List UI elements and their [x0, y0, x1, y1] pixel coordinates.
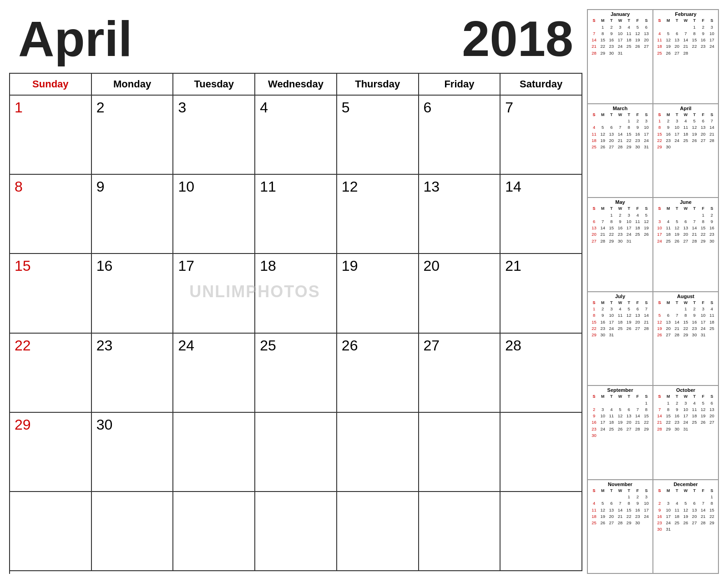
- mini-day: 1: [598, 24, 607, 30]
- mini-day: 4: [590, 124, 598, 131]
- mini-day: 26: [655, 332, 664, 338]
- mini-day: 29: [642, 426, 651, 432]
- mini-day: 11: [616, 312, 624, 319]
- mini-grid: SMTWTFS123456789101112131415161718192021…: [655, 394, 716, 432]
- mini-day: 27: [633, 325, 642, 332]
- mini-header: W: [681, 300, 690, 306]
- mini-day: 25: [664, 238, 672, 244]
- mini-empty: [655, 306, 664, 312]
- mini-header: S: [655, 394, 664, 400]
- mini-day: 17: [708, 37, 716, 43]
- mini-day: 15: [607, 225, 616, 231]
- mini-day: 15: [699, 225, 708, 231]
- mini-day: 23: [664, 137, 672, 144]
- mini-day: 20: [633, 319, 642, 325]
- mini-day: 6: [607, 500, 616, 507]
- mini-day: 11: [681, 124, 690, 131]
- mini-day: 18: [625, 37, 633, 43]
- mini-day: 10: [699, 312, 708, 319]
- mini-day: 18: [616, 319, 624, 325]
- mini-empty: [607, 400, 616, 406]
- mini-day: 29: [625, 144, 633, 150]
- calendar-cell: 15: [10, 254, 92, 333]
- mini-header: S: [655, 488, 664, 494]
- mini-day: 29: [590, 332, 598, 338]
- mini-day: 22: [642, 419, 651, 426]
- mini-day: 14: [642, 312, 651, 319]
- mini-day: 22: [699, 231, 708, 238]
- mini-day: 20: [664, 325, 672, 332]
- mini-header: S: [655, 18, 664, 24]
- mini-day: 7: [616, 500, 624, 507]
- mini-day: 8: [681, 312, 690, 319]
- mini-day: 28: [681, 50, 690, 56]
- mini-header: T: [672, 112, 681, 118]
- mini-day: 18: [655, 43, 664, 50]
- mini-day: 2: [655, 500, 664, 507]
- mini-header: F: [633, 394, 642, 400]
- mini-day: 13: [590, 225, 598, 231]
- mini-day: 18: [590, 137, 598, 144]
- mini-day: 23: [607, 43, 616, 50]
- calendar-cell: 19: [337, 254, 419, 333]
- mini-day: 28: [598, 238, 607, 244]
- mini-day: 27: [607, 520, 616, 526]
- mini-day: 19: [598, 513, 607, 520]
- mini-day: 21: [590, 43, 598, 50]
- mini-day: 15: [681, 319, 690, 325]
- mini-day: 7: [616, 124, 624, 131]
- mini-day: 12: [598, 131, 607, 137]
- mini-day: 4: [633, 212, 642, 218]
- mini-day: 16: [708, 225, 716, 231]
- mini-day: 13: [681, 225, 690, 231]
- mini-day: 14: [598, 225, 607, 231]
- mini-cal-title: December: [655, 482, 716, 487]
- mini-grid: SMTWTFS123456789101112131415161718192021…: [655, 112, 716, 151]
- mini-day: 24: [655, 238, 664, 244]
- mini-day: 9: [598, 312, 607, 319]
- mini-day: 2: [633, 494, 642, 500]
- mini-day: 4: [664, 218, 672, 225]
- calendar-cell: 2: [92, 96, 174, 175]
- calendar-cell: [500, 413, 582, 492]
- calendar-cell: [173, 413, 255, 492]
- calendar-cell: [337, 492, 419, 571]
- mini-cal-row: NovemberSMTWTFS1234567891011121314151617…: [587, 480, 718, 574]
- mini-cal-title: April: [655, 106, 716, 111]
- mini-day: 22: [690, 43, 699, 50]
- mini-day: 20: [699, 131, 708, 137]
- mini-header: T: [690, 206, 699, 212]
- mini-header: T: [625, 112, 633, 118]
- mini-day: 23: [616, 231, 624, 238]
- mini-day: 15: [642, 413, 651, 419]
- mini-header: M: [598, 18, 607, 24]
- mini-day: 25: [616, 325, 624, 332]
- calendar-cell: [419, 492, 501, 571]
- calendar-cell: 28: [500, 334, 582, 413]
- mini-header: S: [590, 18, 598, 24]
- mini-day: 11: [708, 312, 716, 319]
- mini-day: 1: [607, 212, 616, 218]
- mini-day: 16: [655, 513, 664, 520]
- mini-header: S: [655, 112, 664, 118]
- mini-empty: [590, 24, 598, 30]
- mini-day: 4: [690, 400, 699, 406]
- mini-empty: [607, 118, 616, 124]
- mini-day: 10: [616, 30, 624, 37]
- mini-day: 5: [681, 500, 690, 507]
- mini-day: 9: [708, 218, 716, 225]
- calendar-cell: [10, 492, 92, 571]
- mini-day: 7: [598, 218, 607, 225]
- calendar-cell: 9: [92, 175, 174, 254]
- mini-day: 26: [664, 50, 672, 56]
- mini-day: 24: [681, 419, 690, 426]
- mini-day: 30: [607, 50, 616, 56]
- mini-day: 18: [690, 413, 699, 419]
- mini-day: 3: [699, 306, 708, 312]
- calendar-cell: 26: [337, 334, 419, 413]
- mini-day: 26: [690, 137, 699, 144]
- mini-day: 27: [699, 137, 708, 144]
- mini-day: 14: [616, 507, 624, 513]
- mini-day: 21: [681, 43, 690, 50]
- mini-day: 17: [664, 513, 672, 520]
